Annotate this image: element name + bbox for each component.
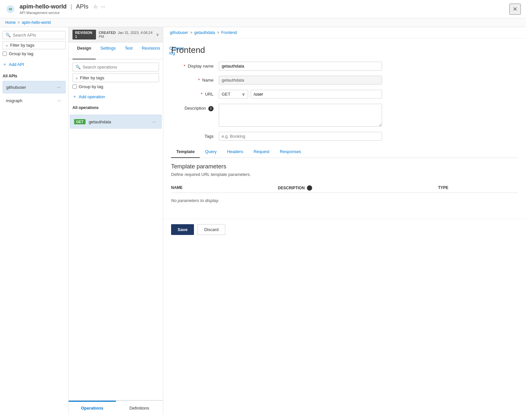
add-api-plus-icon: ＋	[3, 61, 7, 67]
svg-point-2	[10, 8, 11, 10]
description-col-info-icon[interactable]: i	[307, 185, 312, 191]
search-icon: 🔍	[6, 33, 11, 38]
display-name-input[interactable]	[219, 62, 382, 70]
description-info-icon[interactable]: i	[208, 106, 214, 111]
detail-breadcrumb-sep1: >	[190, 30, 192, 35]
method-select[interactable]: GET ∨	[219, 90, 248, 99]
operation-item-getauthdata[interactable]: GET getauthdata ···	[70, 115, 162, 129]
breadcrumb-home[interactable]: Home	[5, 20, 16, 25]
tab-settings[interactable]: Settings	[96, 42, 120, 59]
bottom-tab-definitions-label: Definitions	[129, 406, 149, 411]
api-item-githubuser[interactable]: githubuser ···	[3, 81, 66, 93]
top-bar: apim-hello-world | APIs ☆ ··· API Manage…	[0, 0, 526, 18]
discard-button[interactable]: Discard	[197, 224, 225, 235]
top-bar-left: apim-hello-world | APIs ☆ ··· API Manage…	[5, 3, 105, 15]
tab-test[interactable]: Test	[120, 42, 137, 59]
detail-breadcrumb-sep2: >	[217, 30, 219, 35]
url-path-input[interactable]	[251, 90, 382, 99]
sidebar-search-box[interactable]: 🔍	[3, 31, 66, 39]
revision-bar: REVISION 1 CREATED Jan 31, 2023, 4:06:24…	[69, 27, 163, 42]
main-tabs: Design Settings Test Revisions Change lo…	[69, 42, 163, 59]
group-by-tag-checkbox[interactable]	[3, 52, 7, 56]
header-ellipsis-button[interactable]: ···	[101, 4, 105, 10]
sub-tab-responses[interactable]: Responses	[275, 146, 306, 158]
description-textarea[interactable]	[219, 104, 382, 127]
close-button[interactable]: ✕	[509, 4, 521, 15]
sub-tab-template[interactable]: Template	[171, 146, 200, 158]
ops-group-tag-label: Group by tag	[79, 84, 103, 89]
description-row: Description i	[171, 104, 518, 127]
operation-ellipsis[interactable]: ···	[151, 118, 157, 125]
add-api-button[interactable]: ＋ Add API	[3, 60, 66, 69]
ops-search-input[interactable]	[83, 65, 156, 70]
col-name: NAME	[171, 185, 278, 191]
bottom-tab-definitions[interactable]: Definitions	[116, 401, 163, 414]
template-description: Define required URL template parameters.	[171, 172, 518, 177]
tags-row: Tags	[171, 132, 518, 141]
sidebar-search-input[interactable]	[13, 33, 63, 38]
detail-content: Frontend * Display name * Name	[163, 39, 526, 219]
bottom-tab-operations[interactable]: Operations	[69, 401, 116, 414]
breadcrumb-instance[interactable]: apim-hello-world	[22, 20, 51, 25]
ops-group-tag[interactable]: Group by tag	[72, 84, 159, 89]
tags-input[interactable]	[219, 132, 382, 141]
revision-dropdown-button[interactable]: ∨	[156, 32, 159, 37]
col-description: DESCRIPTION i	[278, 185, 438, 191]
detail-breadcrumb: githubuser > getauthdata > Frontend	[163, 27, 526, 39]
name-input[interactable]	[219, 76, 382, 85]
bottom-tab-bar: Operations Definitions	[69, 400, 163, 414]
sub-tab-headers[interactable]: Headers	[222, 146, 248, 158]
operations-list: GET getauthdata ···	[69, 115, 163, 129]
filter-icon: ⬦	[6, 43, 8, 48]
method-dropdown-icon: ∨	[242, 92, 245, 97]
operation-name: getauthdata	[89, 119, 151, 124]
no-params-message: No parameters to display.	[171, 195, 518, 206]
tab-revisions[interactable]: Revisions	[137, 42, 165, 59]
display-name-label: * Display name	[171, 62, 214, 69]
ops-search-box[interactable]: 🔍	[72, 63, 159, 71]
template-section: Template parameters Define required URL …	[171, 163, 518, 212]
star-icon[interactable]: ☆	[93, 4, 98, 10]
display-name-row: * Display name	[171, 62, 518, 70]
name-row: * Name	[171, 76, 518, 85]
app-subtitle: API Management service	[20, 11, 105, 15]
url-row: * URL GET ∨	[171, 90, 518, 99]
sub-tab-query[interactable]: Query	[200, 146, 222, 158]
detail-title: Frontend	[171, 45, 518, 55]
detail-breadcrumb-operation[interactable]: getauthdata	[194, 30, 215, 35]
save-button[interactable]: Save	[171, 224, 194, 235]
ops-search-icon: 🔍	[75, 65, 81, 70]
detail-breadcrumb-api[interactable]: githubuser	[170, 30, 188, 35]
all-apis-label: All APIs	[3, 74, 66, 78]
tab-design[interactable]: Design	[72, 42, 96, 59]
app-title: apim-hello-world	[20, 3, 67, 10]
add-operation-button[interactable]: ＋ Add operation	[72, 92, 159, 101]
template-title: Template parameters	[171, 163, 518, 170]
detail-panel: githubuser > getauthdata > Frontend Fron…	[163, 27, 526, 414]
api-item-name-msgraph: msgraph	[6, 98, 56, 103]
method-value: GET	[222, 92, 231, 97]
revision-created-label: CREATED Jan 31, 2023, 4:06:24 PM	[99, 31, 153, 39]
sidebar-group-tag[interactable]: Group by tag	[3, 51, 66, 56]
ops-filter-box[interactable]: ⬦ Filter by tags	[72, 73, 159, 82]
ops-group-tag-checkbox[interactable]	[72, 85, 77, 89]
main-layout: 🔍 ⬦ Filter by tags Group by tag ＋ Add AP…	[0, 27, 526, 414]
col-type: TYPE	[438, 185, 518, 191]
group-by-tag-label: Group by tag	[9, 51, 33, 56]
api-item-msgraph[interactable]: msgraph ···	[3, 95, 66, 106]
api-ellipsis-githubuser[interactable]: ···	[56, 84, 62, 90]
sidebar-filter-box[interactable]: ⬦ Filter by tags	[3, 41, 66, 49]
revision-badge: REVISION 1	[72, 30, 96, 39]
title-separator: |	[71, 3, 72, 10]
detail-breadcrumb-page[interactable]: Frontend	[221, 30, 237, 35]
bottom-tab-operations-label: Operations	[81, 406, 104, 411]
ops-toolbar: 🔍 ⬦ Filter by tags Group by tag ＋ Add op…	[69, 59, 163, 115]
breadcrumb: Home > apim-hello-world	[0, 18, 526, 27]
sub-tab-request[interactable]: Request	[248, 146, 275, 158]
tags-label: Tags	[171, 132, 214, 139]
sidebar-filter-label: Filter by tags	[10, 43, 34, 48]
name-required-star: *	[198, 78, 200, 83]
operations-panel: 🔍 ⬦ Filter by tags Group by tag ＋ Add op…	[69, 59, 163, 414]
api-ellipsis-msgraph[interactable]: ···	[56, 97, 62, 104]
url-label: * URL	[171, 90, 214, 97]
